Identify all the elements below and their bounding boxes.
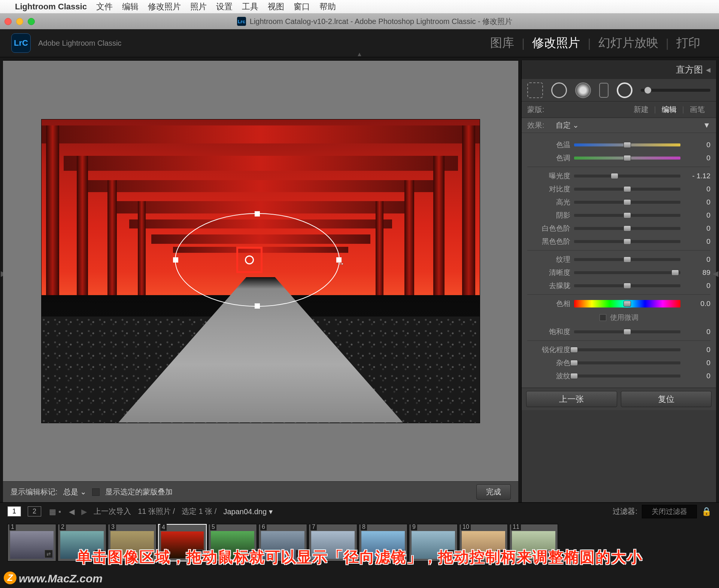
spot-tool-icon[interactable] [551, 82, 567, 98]
menu-settings[interactable]: 设置 [216, 1, 233, 12]
lrc-title-icon: Lrc [237, 17, 246, 26]
menu-window[interactable]: 窗口 [294, 1, 310, 12]
viewer-bottombar: 显示编辑标记: 总是 ⌄ 显示选定的蒙版叠加 完成 [3, 481, 518, 502]
mask-tab-new[interactable]: 新建 [628, 104, 654, 115]
thumbnail[interactable]: 2⇄ [58, 524, 106, 561]
filter-dropdown[interactable]: 关闭过滤器 [642, 505, 697, 518]
image-stage[interactable]: ↔ [3, 61, 518, 481]
nav-back-icon[interactable]: ◀ [69, 507, 75, 516]
tool-amount-slider[interactable] [641, 89, 710, 92]
mask-tab-edit[interactable]: 编辑 [656, 104, 682, 115]
crop-tool-icon[interactable] [527, 82, 543, 98]
use-fine-checkbox[interactable] [600, 314, 606, 321]
done-button[interactable]: 完成 [476, 484, 511, 500]
filter-label: 过滤器: [613, 506, 637, 516]
slider-whites[interactable]: 白色色阶0 [527, 222, 710, 235]
window-title: Lrc Lightroom Catalog-v10-2.lrcat - Adob… [35, 16, 715, 27]
filmstrip-header: 1 2 ▦▪ ◀ ▶ 上一次导入 11 张照片 / 选定 1 张 / Japan… [0, 502, 719, 520]
view-icons[interactable]: ▦▪ [48, 507, 62, 516]
radial-center-marker[interactable] [236, 247, 263, 273]
slider-contrast[interactable]: 对比度0 [527, 182, 710, 196]
effect-value: 自定 ⌄ [556, 120, 579, 130]
monitor-2[interactable]: 2 [28, 506, 41, 516]
mask-label: 蒙版: [527, 104, 628, 115]
slider-sharpness[interactable]: 锐化程度0 [527, 343, 710, 356]
reset-button[interactable]: 复位 [621, 391, 712, 407]
menu-develop[interactable]: 修改照片 [148, 1, 181, 12]
badge-icon: ⇄ [195, 549, 203, 558]
thumbnail[interactable]: 1⇄ [7, 524, 56, 561]
thumbnail-selected[interactable]: 4⇄ [158, 524, 207, 561]
slider-moire[interactable]: 波纹0 [527, 369, 710, 382]
menu-edit[interactable]: 编辑 [122, 1, 139, 12]
slider-saturation[interactable]: 饱和度0 [527, 325, 710, 338]
disclosure-icon[interactable]: ▼ [703, 121, 710, 130]
app-window: Lrc Lightroom Catalog-v10-2.lrcat - Adob… [0, 13, 719, 569]
redeye-tool-icon[interactable] [575, 82, 591, 98]
thumbnail[interactable]: 8⇄ [359, 524, 407, 561]
menu-file[interactable]: 文件 [96, 1, 113, 12]
show-overlay-label: 显示选定的蒙版叠加 [105, 487, 173, 497]
show-edit-marks-value[interactable]: 总是 ⌄ [63, 487, 87, 497]
histogram-header[interactable]: 直方图◀ [522, 60, 716, 79]
show-edit-marks-label: 显示编辑标记: [10, 487, 58, 497]
module-print[interactable]: 打印 [669, 35, 708, 51]
slider-highlights[interactable]: 高光0 [527, 196, 710, 209]
minimize-button[interactable] [16, 18, 23, 25]
slider-exposure[interactable]: 曝光度- 1.12 [527, 169, 710, 182]
thumbnail[interactable]: 9⇄ [409, 524, 458, 561]
menu-tools[interactable]: 工具 [242, 1, 258, 12]
lock-icon[interactable]: 🔒 [701, 507, 712, 516]
menu-help[interactable]: 帮助 [319, 1, 336, 12]
badge-icon: ⇄ [95, 550, 103, 558]
slider-dehaze[interactable]: 去朦胧0 [527, 279, 710, 292]
photo-preview[interactable]: ↔ [42, 119, 480, 423]
badge-icon: ⇄ [446, 550, 454, 558]
nav-fwd-icon[interactable]: ▶ [81, 507, 87, 516]
watermark-badge: Z [4, 572, 16, 584]
app-topbar: LrC Adobe Lightroom Classic 图库 | 修改照片 | … [0, 29, 719, 57]
menu-photo[interactable]: 照片 [190, 1, 207, 12]
collection-name[interactable]: 上一次导入 [94, 506, 131, 516]
monitor-1[interactable]: 1 [7, 506, 21, 516]
viewer-pane: ↔ 显示编辑标记: 总是 ⌄ 显示选定的蒙版叠加 完成 [3, 60, 518, 502]
main-area: ▶ [0, 57, 719, 502]
titlebar: Lrc Lightroom Catalog-v10-2.lrcat - Adob… [0, 13, 719, 29]
lrc-logo-icon: LrC [11, 33, 31, 53]
badge-icon: ⇄ [346, 550, 354, 558]
thumbnail[interactable]: 6⇄ [258, 524, 307, 561]
collapse-top-icon[interactable]: ▲ [357, 51, 362, 58]
close-button[interactable] [4, 18, 12, 25]
radial-tool-icon[interactable] [617, 82, 632, 98]
slider-shadows[interactable]: 阴影0 [527, 209, 710, 222]
effect-row[interactable]: 效果: 自定 ⌄ ▼ [522, 118, 716, 133]
module-develop[interactable]: 修改照片 [525, 35, 588, 51]
menubar-appname[interactable]: Lightroom Classic [15, 2, 87, 12]
module-tabs: 图库 | 修改照片 | 幻灯片放映 | 打印 [483, 35, 708, 51]
thumbnail[interactable]: 5⇄ [208, 524, 257, 561]
slider-tint[interactable]: 色调0 [527, 151, 710, 164]
expand-right-icon[interactable]: ◀ [713, 269, 718, 278]
thumbnail[interactable]: 11⇄ [509, 524, 558, 561]
slider-texture[interactable]: 纹理0 [527, 253, 710, 266]
mask-tab-brush[interactable]: 画笔 [684, 104, 710, 115]
thumbnail[interactable]: 10⇄ [459, 524, 508, 561]
badge-icon: ⇄ [546, 550, 555, 558]
prev-button[interactable]: 上一张 [526, 391, 617, 407]
zoom-button[interactable] [28, 18, 35, 25]
thumbnail[interactable]: 7⇄ [309, 524, 357, 561]
slider-clarity[interactable]: 清晰度89 [527, 266, 710, 279]
slider-blacks[interactable]: 黑色色阶0 [527, 235, 710, 248]
show-overlay-checkbox[interactable] [92, 488, 100, 496]
use-fine-row[interactable]: 使用微调 [527, 310, 710, 325]
slider-temp[interactable]: 色温0 [527, 138, 710, 151]
watermark-text: www.MacZ.com [19, 572, 103, 585]
badge-icon: ⇄ [295, 550, 304, 558]
module-slideshow[interactable]: 幻灯片放映 [591, 35, 666, 51]
menu-view[interactable]: 视图 [268, 1, 284, 12]
thumbnail[interactable]: 3⇄ [108, 524, 157, 561]
slider-hue[interactable]: 色相0.0 [527, 297, 710, 310]
gradient-tool-icon[interactable] [599, 83, 609, 98]
slider-noise[interactable]: 杂色0 [527, 356, 710, 369]
module-library[interactable]: 图库 [483, 35, 522, 51]
